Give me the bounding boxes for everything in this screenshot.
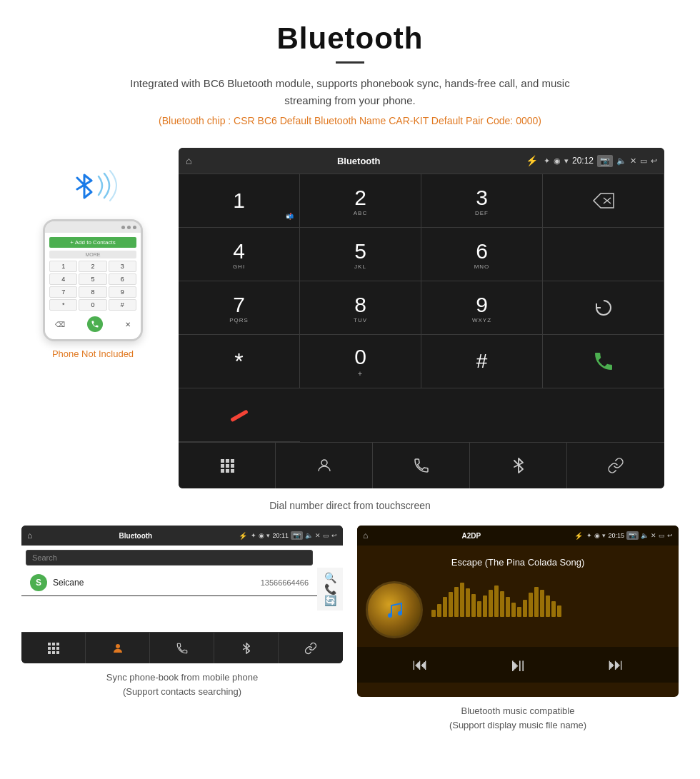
- phone-key-0[interactable]: 0: [79, 299, 106, 311]
- volume-icon[interactable]: 🔈: [616, 156, 626, 166]
- phone-key-3[interactable]: 3: [109, 261, 136, 272]
- title-divider: [336, 61, 364, 64]
- dial-empty-2: [543, 228, 664, 281]
- music-camera-icon[interactable]: 📷: [626, 531, 639, 540]
- bottom-screenshots: ⌂ Bluetooth ⚡ ✦ ◉ ▾ 20:11 📷 🔈 ✕ ▭ ↩ Sear: [0, 526, 700, 732]
- svg-rect-7: [226, 464, 229, 468]
- screen-icon[interactable]: ▭: [640, 156, 647, 166]
- pb-screen-icon[interactable]: ▭: [323, 532, 329, 539]
- pb-vol-icon[interactable]: 🔈: [305, 532, 313, 539]
- pb-nav-bt[interactable]: [214, 633, 279, 663]
- phone-action-icon: ⌫: [55, 321, 65, 328]
- music-home-icon[interactable]: ⌂: [363, 531, 368, 541]
- svg-point-12: [321, 460, 327, 466]
- reload-side-icon[interactable]: 🔄: [324, 595, 336, 606]
- dial-key-3[interactable]: 3 DEF: [421, 174, 543, 228]
- camera-icon[interactable]: 📷: [597, 155, 613, 167]
- dial-key-4[interactable]: 4 GHI: [179, 228, 300, 281]
- pb-bt-icon: ✦: [251, 532, 256, 539]
- music-visualizer: [431, 581, 670, 617]
- dial-key-9[interactable]: 9 WXYZ: [421, 281, 543, 335]
- music-screen-icon[interactable]: ▭: [659, 532, 665, 539]
- visualizer-bar: [443, 597, 447, 617]
- nav-bluetooth-icon[interactable]: [470, 443, 567, 488]
- visualizer-bar: [494, 585, 499, 617]
- svg-rect-11: [231, 469, 234, 473]
- nav-settings-icon[interactable]: [567, 443, 664, 488]
- phone-key-4[interactable]: 4: [49, 273, 77, 285]
- phone-call-icon: [91, 320, 99, 328]
- svg-rect-3: [221, 459, 224, 463]
- music-close-icon[interactable]: ✕: [651, 532, 656, 539]
- dial-key-8[interactable]: 8 TUV: [300, 281, 421, 335]
- dial-key-hash[interactable]: #: [421, 335, 543, 388]
- phone-section: + Add to Contacts MORE 1 2 3 4 5 6 7 8 9…: [21, 148, 164, 488]
- dial-call-green[interactable]: [543, 335, 664, 388]
- music-time: 20:15: [608, 532, 624, 539]
- svg-rect-8: [231, 464, 234, 468]
- dial-key-0[interactable]: 0 +: [300, 335, 421, 388]
- dial-key-6[interactable]: 6 MNO: [421, 228, 543, 281]
- phone-key-hash[interactable]: #: [109, 299, 136, 311]
- dial-reload[interactable]: [543, 281, 664, 335]
- phone-keypad: 1 2 3 4 5 6 7 8 9 * 0 #: [49, 261, 136, 311]
- pb-time: 20:11: [272, 532, 289, 539]
- page-header: Bluetooth Integrated with BC6 Bluetooth …: [0, 0, 700, 148]
- nav-contacts-icon[interactable]: [276, 443, 373, 488]
- status-icons: ✦ ◉ ▾ 20:12 📷 🔈 ✕ ▭ ↩: [544, 155, 657, 167]
- prev-track-button[interactable]: ⏮: [412, 655, 428, 674]
- svg-point-22: [116, 644, 120, 648]
- phone-not-included-label: Phone Not Included: [52, 348, 134, 359]
- phone-key-6[interactable]: 6: [109, 273, 136, 285]
- dial-key-1[interactable]: 1 📬: [179, 174, 300, 228]
- dial-key-7[interactable]: 7 PQRS: [179, 281, 300, 335]
- pb-nav-phone[interactable]: [150, 633, 214, 663]
- phone-side-icon[interactable]: 📞: [324, 583, 336, 595]
- music-note-icon: [381, 597, 407, 623]
- music-back-icon[interactable]: ↩: [667, 532, 673, 539]
- svg-rect-4: [226, 459, 229, 463]
- visualizer-bar: [523, 600, 527, 617]
- search-side-icon[interactable]: 🔍: [324, 572, 336, 583]
- phone-top-bar: [45, 221, 141, 233]
- pb-back-icon[interactable]: ↩: [331, 532, 337, 539]
- phone-key-7[interactable]: 7: [49, 286, 77, 298]
- back-icon[interactable]: ↩: [651, 156, 657, 166]
- reload-icon: [593, 297, 614, 318]
- pb-nav-grid[interactable]: [21, 633, 86, 663]
- dial-key-2[interactable]: 2 ABC: [300, 174, 421, 228]
- home-icon[interactable]: ⌂: [186, 155, 191, 166]
- phone-key-1[interactable]: 1: [49, 261, 77, 272]
- phonebook-status-bar: ⌂ Bluetooth ⚡ ✦ ◉ ▾ 20:11 📷 🔈 ✕ ▭ ↩: [21, 526, 343, 546]
- nav-phone-icon[interactable]: [373, 443, 470, 488]
- music-status-bar: ⌂ A2DP ⚡ ✦ ◉ ▾ 20:15 📷 🔈 ✕ ▭ ↩: [357, 526, 679, 546]
- pb-nav-link[interactable]: [279, 633, 343, 663]
- nav-grid-icon[interactable]: [179, 443, 276, 488]
- close-icon[interactable]: ✕: [630, 156, 636, 166]
- svg-rect-6: [221, 464, 224, 468]
- visualizer-bar: [500, 591, 504, 617]
- pb-home-icon[interactable]: ⌂: [27, 531, 32, 541]
- pb-close-icon[interactable]: ✕: [315, 532, 321, 539]
- dial-call-red[interactable]: [179, 388, 300, 442]
- phone-key-5[interactable]: 5: [79, 273, 106, 285]
- dial-key-star[interactable]: *: [179, 335, 300, 388]
- phonebook-search-input[interactable]: Search: [26, 550, 313, 566]
- music-vol-icon[interactable]: 🔈: [641, 532, 649, 539]
- pb-nav-person[interactable]: [86, 633, 150, 663]
- dial-key-5[interactable]: 5 JKL: [300, 228, 421, 281]
- dial-delete[interactable]: [543, 174, 664, 228]
- pb-loc-icon: ◉: [259, 532, 264, 539]
- pb-camera-icon[interactable]: 📷: [291, 531, 303, 540]
- phone-key-9[interactable]: 9: [109, 286, 136, 298]
- phone-key-star[interactable]: *: [49, 299, 77, 311]
- play-pause-button[interactable]: ⏯: [509, 654, 527, 676]
- visualizer-bar: [431, 610, 436, 617]
- dialpad-screen: ⌂ Bluetooth ⚡ ✦ ◉ ▾ 20:12 📷 🔈 ✕ ▭ ↩ 1: [179, 148, 664, 488]
- phone-key-2[interactable]: 2: [79, 261, 106, 272]
- phone-key-8[interactable]: 8: [79, 286, 106, 298]
- next-track-button[interactable]: ⏭: [608, 655, 624, 674]
- visualizer-bar: [477, 601, 481, 617]
- phonebook-caption: Sync phone-book from mobile phone(Suppor…: [106, 670, 258, 698]
- phone-call-button[interactable]: [87, 316, 103, 332]
